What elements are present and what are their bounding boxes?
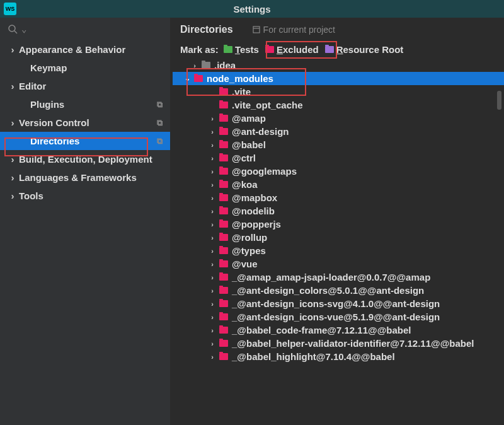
sidebar-item-label: Editor <box>19 81 46 91</box>
folder-row[interactable]: ›@vue <box>173 257 504 271</box>
chevron-right-icon: › <box>209 154 215 162</box>
chevron-right-icon: › <box>209 353 215 361</box>
svg-line-1 <box>14 31 17 33</box>
main-container: ⌄ ›Appearance & BehaviorKeymap›EditorPlu… <box>0 18 504 425</box>
chevron-right-icon: › <box>9 44 16 55</box>
markas-tests[interactable]: Tests <box>224 44 259 55</box>
folder-icon <box>219 340 228 347</box>
folder-row[interactable]: ›_@babel_code-frame@7.12.11@@babel <box>173 323 504 337</box>
chevron-right-icon: › <box>209 287 215 294</box>
folder-label: _@babel_helper-validator-identifier@7.12… <box>232 338 474 349</box>
chevron-right-icon: › <box>209 340 215 347</box>
svg-point-0 <box>9 25 15 32</box>
folder-row[interactable]: ›@ant-design <box>173 125 504 138</box>
folder-row[interactable]: .vite_opt_cache <box>173 98 504 112</box>
folder-row[interactable]: ›_@ant-design_icons-vue@5.1.9@@ant-desig… <box>173 310 504 323</box>
chevron-right-icon: › <box>209 207 215 215</box>
sidebar-item-appearance-behavior[interactable]: ›Appearance & Behavior <box>0 40 170 59</box>
chevron-right-icon: › <box>209 194 215 202</box>
sidebar-item-label: Tools <box>19 190 43 201</box>
copy-icon[interactable]: ⧉ <box>157 118 163 128</box>
content-panel: Directories For current project Mark as:… <box>170 18 504 425</box>
sidebar-item-build-execution-deployment[interactable]: ›Build, Execution, Deployment <box>0 150 170 168</box>
sidebar-item-tools[interactable]: ›Tools <box>0 187 170 205</box>
window-title: Settings <box>233 4 270 15</box>
folder-label: @koa <box>232 179 257 190</box>
search-box[interactable]: ⌄ <box>0 18 170 40</box>
chevron-right-icon: › <box>209 115 215 122</box>
app-icon: WS <box>4 3 16 15</box>
folder-label: @vue <box>232 259 257 269</box>
markas-row: Mark as: TestsExcludedResource Root <box>170 38 504 59</box>
folder-icon <box>219 313 228 320</box>
folder-label: _@ant-design_colors@5.0.1@@ant-design <box>232 285 424 296</box>
sidebar: ⌄ ›Appearance & BehaviorKeymap›EditorPlu… <box>0 18 170 425</box>
chevron-right-icon: › <box>9 81 16 91</box>
folder-row[interactable]: ›@types <box>173 244 504 257</box>
folder-row[interactable]: ›@amap <box>173 112 504 125</box>
folder-label: .idea <box>214 60 236 71</box>
sidebar-item-editor[interactable]: ›Editor <box>0 77 170 95</box>
sidebar-item-label: Build, Execution, Deployment <box>19 154 152 165</box>
folder-icon <box>194 75 203 82</box>
folder-row[interactable]: ›_@amap_amap-jsapi-loader@0.0.7@@amap <box>173 271 504 284</box>
folder-label: @ant-design <box>232 126 289 137</box>
folder-row[interactable]: ›.idea <box>173 59 504 72</box>
folder-label: @ctrl <box>232 153 256 163</box>
chevron-right-icon: › <box>209 128 215 136</box>
project-scope-hint: For current project <box>252 25 335 35</box>
chevron-right-icon: › <box>209 181 215 189</box>
chevron-right-icon: › <box>209 221 215 228</box>
copy-icon[interactable]: ⧉ <box>157 100 163 110</box>
folder-row[interactable]: ›@koa <box>173 178 504 191</box>
folder-row[interactable]: ›@rollup <box>173 231 504 244</box>
folder-icon <box>219 353 228 360</box>
folder-row[interactable]: ›@popperjs <box>173 218 504 231</box>
svg-rect-2 <box>253 26 260 33</box>
folder-label: node_modules <box>207 73 273 84</box>
folder-row[interactable]: ›_@ant-design_icons-svg@4.1.0@@ant-desig… <box>173 297 504 310</box>
folder-row[interactable]: ›@mapbox <box>173 191 504 204</box>
copy-icon[interactable]: ⧉ <box>157 136 163 146</box>
chevron-right-icon: › <box>192 62 198 69</box>
sidebar-item-version-control[interactable]: ›Version Control⧉ <box>0 114 170 132</box>
folder-icon <box>265 46 274 53</box>
sidebar-item-label: Languages & Frameworks <box>19 172 137 183</box>
sidebar-item-keymap[interactable]: Keymap <box>0 59 170 77</box>
folder-label: @popperjs <box>232 219 281 230</box>
scrollbar-thumb[interactable] <box>497 91 501 110</box>
folder-label: @googlemaps <box>232 166 297 177</box>
search-icon <box>8 24 18 34</box>
folder-row[interactable]: ›@googlemaps <box>173 165 504 178</box>
chevron-right-icon: › <box>209 327 215 334</box>
sidebar-item-label: Appearance & Behavior <box>19 44 125 55</box>
sidebar-item-plugins[interactable]: Plugins⧉ <box>0 95 170 114</box>
chevron-right-icon: › <box>209 234 215 242</box>
folder-row[interactable]: ›@ctrl <box>173 151 504 165</box>
folder-label: _@ant-design_icons-vue@5.1.9@@ant-design <box>232 311 440 322</box>
folder-row[interactable]: ›@babel <box>173 138 504 151</box>
folder-row[interactable]: ⌄node_modules <box>173 72 504 85</box>
folder-icon <box>219 327 228 334</box>
markas-label: Mark as: <box>180 44 219 55</box>
chevron-right-icon: › <box>209 247 215 255</box>
folder-icon <box>219 207 228 214</box>
sidebar-item-directories[interactable]: Directories⧉ <box>0 132 170 150</box>
folder-row[interactable]: ›_@ant-design_colors@5.0.1@@ant-design <box>173 284 504 297</box>
folder-label: @nodelib <box>232 206 275 216</box>
markas-excluded[interactable]: Excluded <box>265 44 319 55</box>
markas-resource-root[interactable]: Resource Root <box>325 44 404 55</box>
sidebar-item-label: Keymap <box>30 62 67 73</box>
folder-row[interactable]: ›@nodelib <box>173 204 504 218</box>
folder-label: _@babel_code-frame@7.12.11@@babel <box>232 325 411 335</box>
sidebar-item-languages-frameworks[interactable]: ›Languages & Frameworks <box>0 168 170 187</box>
project-hint-text: For current project <box>263 25 335 35</box>
folder-icon <box>219 260 228 267</box>
folder-icon <box>202 62 210 69</box>
folder-icon <box>219 234 228 241</box>
folder-row[interactable]: ›_@babel_highlight@7.10.4@@babel <box>173 350 504 363</box>
folder-row[interactable]: .vite <box>173 85 504 98</box>
folder-label: @types <box>232 245 266 256</box>
folder-row[interactable]: ›_@babel_helper-validator-identifier@7.1… <box>173 337 504 350</box>
folder-icon <box>219 88 228 95</box>
